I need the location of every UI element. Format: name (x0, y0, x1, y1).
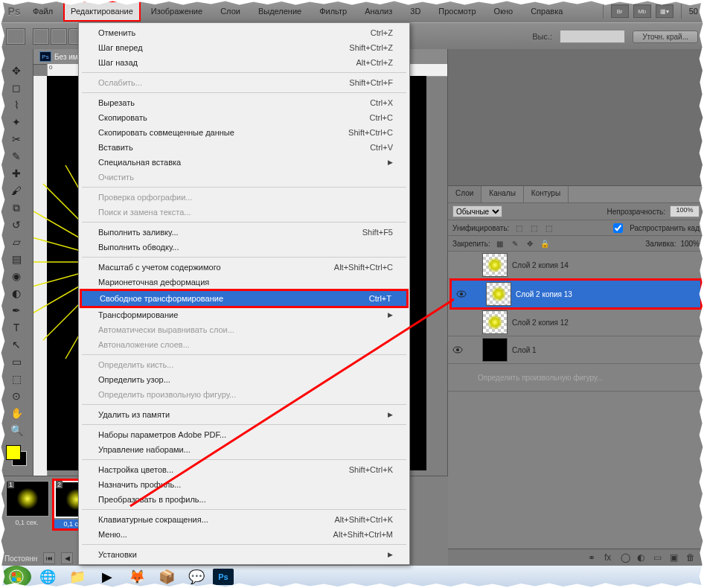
tool-preset-icon[interactable] (6, 28, 25, 45)
marquee-add-icon[interactable] (51, 28, 67, 45)
explorer-icon[interactable]: 📁 (64, 567, 91, 587)
menu-item-шаг-назад[interactable]: Шаг назадAlt+Ctrl+Z (80, 55, 408, 70)
menu-item-скопировать-совмещенные-данные[interactable]: Скопировать совмещенные данныеShift+Ctrl… (80, 125, 408, 140)
mediaplayer-icon[interactable]: ▶ (94, 567, 121, 587)
3d-cam-tool[interactable]: ⊙ (8, 388, 25, 404)
propagate-checkbox[interactable] (613, 223, 623, 233)
menu-item-скопировать[interactable]: СкопироватьCtrl+C (80, 110, 408, 125)
unify-vis-icon[interactable]: ⬚ (528, 223, 539, 233)
trash-icon[interactable]: 🗑 (686, 552, 698, 563)
qip-icon[interactable]: 💬 (183, 567, 210, 587)
history-brush-tool[interactable]: ↺ (8, 217, 25, 233)
eyedropper-tool[interactable]: ✎ (8, 148, 25, 164)
layer-name[interactable]: Слой 2 копия 12 (512, 319, 569, 327)
layer-name[interactable]: Слой 1 (512, 346, 537, 354)
bridge-button[interactable]: Br (611, 4, 629, 18)
type-tool[interactable]: T (8, 319, 25, 336)
menu-item-вырезать[interactable]: ВырезатьCtrl+X (80, 95, 408, 110)
brush-tool[interactable]: 🖌 (8, 182, 25, 199)
3d-tool[interactable]: ⬚ (8, 371, 25, 387)
minibridge-button[interactable]: Mb (633, 4, 651, 18)
layer-row[interactable]: Слой 1 (448, 336, 704, 364)
refine-edge-button[interactable]: Уточн. край... (633, 31, 698, 43)
layer-name[interactable]: Слой 2 копия 13 (516, 290, 572, 298)
marquee-new-icon[interactable] (33, 28, 49, 45)
path-tool[interactable]: ↖ (8, 336, 25, 353)
gradient-tool[interactable]: ▤ (8, 251, 25, 267)
winrar-icon[interactable]: 📦 (153, 567, 180, 587)
menu-item-трансформирование[interactable]: Трансформирование▶ (80, 307, 408, 322)
layer-row[interactable]: Слой 2 копия 14 (448, 252, 704, 279)
unify-pos-icon[interactable]: ⬚ (513, 223, 524, 233)
prev-frame-icon[interactable]: ◀ (61, 552, 73, 564)
foreground-color[interactable] (6, 445, 21, 460)
fx-icon[interactable]: fx (604, 552, 616, 563)
pen-tool[interactable]: ✒ (8, 302, 25, 319)
menu-item-масштаб-с-учетом-содержимого[interactable]: Масштаб с учетом содержимогоAlt+Shift+Ct… (80, 260, 408, 275)
height-input[interactable] (560, 30, 625, 43)
adjust-icon[interactable]: ◐ (637, 552, 649, 563)
layer-row[interactable]: Определить произвольную фигуру... (448, 364, 704, 392)
lasso-tool[interactable]: ⌇ (8, 97, 25, 113)
layer-name[interactable]: Определить произвольную фигуру... (478, 374, 603, 382)
blur-tool[interactable]: ◉ (8, 268, 25, 284)
screen-mode-button[interactable]: ▦▾ (656, 4, 673, 18)
lock-all-icon[interactable]: 🔒 (540, 238, 550, 249)
layer-thumbnail[interactable] (482, 253, 508, 277)
menu-item-клавиатурные-сокращения-[interactable]: Клавиатурные сокращения...Alt+Shift+Ctrl… (80, 512, 408, 527)
mask-icon[interactable]: ◯ (621, 552, 633, 563)
menu-item-меню-[interactable]: Меню...Alt+Shift+Ctrl+M (80, 527, 408, 542)
menu-item-удалить-из-памяти[interactable]: Удалить из памяти▶ (80, 407, 408, 422)
tab-channels[interactable]: Каналы (481, 186, 524, 202)
menu-item-марионеточная-деформация[interactable]: Марионеточная деформация (80, 275, 408, 290)
menu-item-специальная-вставка[interactable]: Специальная вставка▶ (80, 155, 408, 170)
heal-tool[interactable]: ✚ (8, 165, 25, 182)
zoom-tool[interactable]: 🔍 (8, 422, 25, 438)
crop-tool[interactable]: ✂ (8, 131, 25, 147)
layer-thumbnail[interactable] (486, 282, 511, 306)
menu-select[interactable]: Выделение (251, 1, 309, 22)
menu-item-определить-узор-[interactable]: Определить узор... (80, 372, 408, 387)
tab-layers[interactable]: Слои (448, 186, 481, 202)
shape-tool[interactable]: ▭ (8, 354, 25, 370)
menu-item-преобразовать-в-профиль-[interactable]: Преобразовать в профиль... (80, 492, 408, 507)
tab-paths[interactable]: Контуры (524, 186, 569, 202)
frame-delay[interactable]: 0,1 сек. (6, 518, 48, 527)
menu-item-выполнить-обводку-[interactable]: Выполнить обводку... (80, 240, 408, 255)
dodge-tool[interactable]: ◐ (8, 285, 25, 301)
loop-mode[interactable]: Постоянн (4, 555, 37, 563)
link-layers-icon[interactable]: ⚭ (588, 552, 600, 563)
first-frame-icon[interactable]: ⏮ (43, 552, 55, 564)
menu-item-вставить[interactable]: ВставитьCtrl+V (80, 140, 408, 155)
layer-thumbnail[interactable] (482, 338, 508, 362)
menu-item-шаг-вперед[interactable]: Шаг впередShift+Ctrl+Z (80, 40, 408, 55)
photoshop-taskbar-icon[interactable]: Ps (213, 569, 234, 585)
stamp-tool[interactable]: ⧉ (8, 199, 25, 216)
layer-name[interactable]: Слой 2 копия 14 (512, 261, 569, 269)
eraser-tool[interactable]: ▱ (8, 234, 25, 250)
menu-item-настройка-цветов-[interactable]: Настройка цветов...Shift+Ctrl+K (80, 462, 408, 477)
lock-move-icon[interactable]: ✥ (525, 238, 535, 249)
menu-item-установки[interactable]: Установки▶ (80, 547, 408, 562)
marquee-tool[interactable]: ◻ (8, 80, 25, 96)
hand-tool[interactable]: ✋ (8, 405, 25, 421)
visibility-toggle[interactable] (452, 290, 471, 298)
lock-paint-icon[interactable]: ✎ (510, 238, 520, 249)
unify-style-icon[interactable]: ⬚ (543, 223, 554, 233)
opacity-value[interactable]: 100% (670, 205, 700, 217)
wand-tool[interactable]: ✦ (8, 114, 25, 130)
menu-item-отменить[interactable]: ОтменитьCtrl+Z (80, 25, 408, 40)
fill-value[interactable]: 100% (680, 240, 700, 248)
menu-filter[interactable]: Фильтр (312, 1, 354, 22)
lock-trans-icon[interactable]: ▦ (495, 238, 505, 249)
new-layer-icon[interactable]: ▣ (670, 552, 682, 563)
blend-mode-select[interactable]: Обычные (452, 205, 502, 217)
color-swatches[interactable] (6, 445, 27, 466)
menu-item-выполнить-заливку-[interactable]: Выполнить заливку...Shift+F5 (80, 225, 408, 240)
menu-item-управление-наборами-[interactable]: Управление наборами... (80, 442, 408, 457)
group-icon[interactable]: ▭ (653, 552, 665, 563)
layer-row[interactable]: Слой 2 копия 12 (448, 309, 704, 336)
layer-thumbnail[interactable] (482, 310, 508, 334)
menu-item-свободное-трансформирование[interactable]: Свободное трансформированиеCtrl+T (80, 289, 409, 308)
menu-item-назначить-профиль-[interactable]: Назначить профиль... (80, 477, 408, 492)
